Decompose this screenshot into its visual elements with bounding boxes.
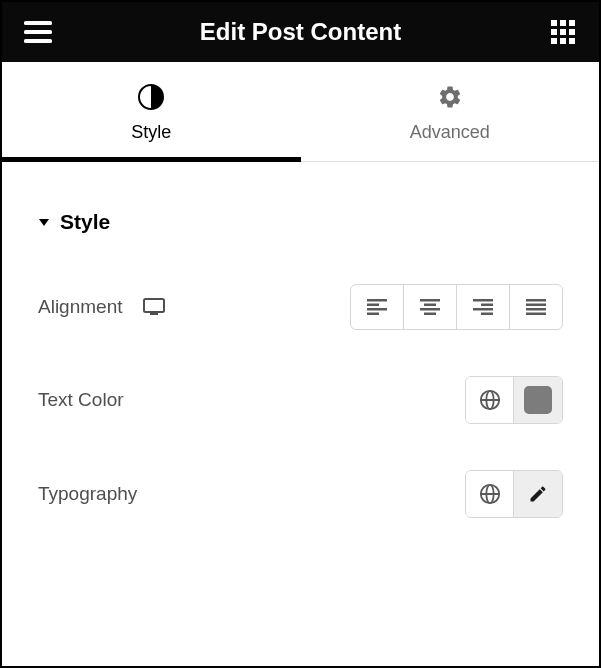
tab-advanced-label: Advanced xyxy=(410,122,490,143)
svg-rect-7 xyxy=(560,29,566,35)
svg-rect-15 xyxy=(367,299,387,302)
pencil-icon xyxy=(528,484,548,504)
svg-rect-9 xyxy=(551,38,557,44)
row-alignment: Alignment xyxy=(38,284,563,330)
tabs: Style Advanced xyxy=(2,62,599,162)
globe-icon xyxy=(479,483,501,505)
text-color-swatch-button[interactable] xyxy=(514,377,562,423)
svg-rect-14 xyxy=(150,313,158,315)
alignment-label: Alignment xyxy=(38,296,123,318)
hamburger-icon xyxy=(24,21,52,43)
svg-rect-8 xyxy=(569,29,575,35)
svg-rect-25 xyxy=(473,308,493,311)
svg-rect-13 xyxy=(144,299,164,312)
editor-header: Edit Post Content xyxy=(2,2,599,62)
svg-rect-6 xyxy=(551,29,557,35)
section-title: Style xyxy=(60,210,110,234)
gear-icon xyxy=(437,84,463,110)
svg-rect-23 xyxy=(473,299,493,302)
typography-edit-button[interactable] xyxy=(514,471,562,517)
row-typography: Typography xyxy=(38,470,563,518)
align-justify-button[interactable] xyxy=(509,284,563,330)
svg-rect-24 xyxy=(481,304,493,307)
color-swatch xyxy=(524,386,552,414)
svg-rect-18 xyxy=(367,313,379,316)
section-header-style[interactable]: Style xyxy=(38,210,563,234)
apps-button[interactable] xyxy=(547,16,579,48)
svg-rect-26 xyxy=(481,313,493,316)
align-left-icon xyxy=(367,299,387,315)
svg-rect-19 xyxy=(420,299,440,302)
align-center-button[interactable] xyxy=(403,284,457,330)
typography-label: Typography xyxy=(38,483,137,505)
svg-rect-11 xyxy=(569,38,575,44)
svg-rect-0 xyxy=(24,21,52,25)
svg-rect-28 xyxy=(526,304,546,307)
tab-style-label: Style xyxy=(131,122,171,143)
text-color-label: Text Color xyxy=(38,389,124,411)
align-right-icon xyxy=(473,299,493,315)
svg-rect-2 xyxy=(24,39,52,43)
half-circle-icon xyxy=(138,84,164,110)
menu-button[interactable] xyxy=(22,16,54,48)
typography-control xyxy=(465,470,563,518)
svg-rect-4 xyxy=(560,20,566,26)
svg-rect-16 xyxy=(367,304,379,307)
row-text-color: Text Color xyxy=(38,376,563,424)
caret-down-icon xyxy=(38,216,50,228)
svg-rect-29 xyxy=(526,308,546,311)
tab-advanced[interactable]: Advanced xyxy=(301,62,600,161)
text-color-control xyxy=(465,376,563,424)
align-left-button[interactable] xyxy=(350,284,404,330)
align-right-button[interactable] xyxy=(456,284,510,330)
svg-rect-22 xyxy=(424,313,436,316)
svg-rect-20 xyxy=(424,304,436,307)
svg-rect-30 xyxy=(526,313,546,316)
svg-rect-1 xyxy=(24,30,52,34)
grid-icon xyxy=(551,20,575,44)
svg-rect-21 xyxy=(420,308,440,311)
alignment-group xyxy=(350,284,563,330)
text-color-global-button[interactable] xyxy=(466,377,514,423)
svg-rect-5 xyxy=(569,20,575,26)
style-panel: Style Alignment xyxy=(2,162,599,518)
align-justify-icon xyxy=(526,299,546,315)
svg-rect-27 xyxy=(526,299,546,302)
tab-style[interactable]: Style xyxy=(2,62,301,161)
desktop-icon[interactable] xyxy=(143,298,165,316)
align-center-icon xyxy=(420,299,440,315)
svg-rect-10 xyxy=(560,38,566,44)
svg-rect-3 xyxy=(551,20,557,26)
header-title: Edit Post Content xyxy=(54,18,547,46)
svg-rect-17 xyxy=(367,308,387,311)
globe-icon xyxy=(479,389,501,411)
typography-global-button[interactable] xyxy=(466,471,514,517)
